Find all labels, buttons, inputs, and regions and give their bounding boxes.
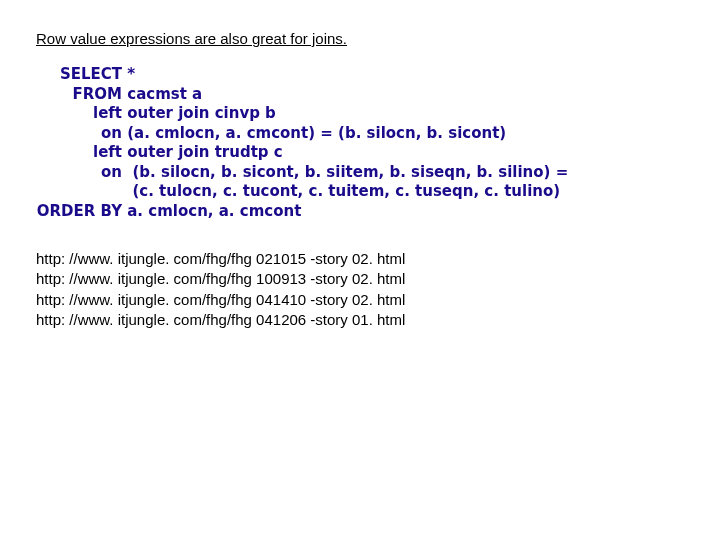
kw-select: SELECT [36,65,122,85]
link-line: http: //www. itjungle. com/fhg/fhg 02101… [36,249,684,269]
sql-code-block: SELECT * FROM cacmst a left outer join c… [36,65,684,221]
kw-order: ORDER BY [36,202,122,222]
kw-on1: on [36,124,122,144]
kw-left1: left [36,104,122,124]
val-from: cacmst a [127,85,202,103]
val-on2b: (c. tulocn, c. tucont, c. tuitem, c. tus… [127,182,560,200]
link-line: http: //www. itjungle. com/fhg/fhg 04141… [36,290,684,310]
kw-left2: left [36,143,122,163]
slide-page: Row value expressions are also great for… [0,0,720,360]
link-line: http: //www. itjungle. com/fhg/fhg 10091… [36,269,684,289]
val-on1: (a. cmlocn, a. cmcont) = (b. silocn, b. … [127,124,506,142]
val-left2: outer join trudtp c [127,143,282,161]
intro-line: Row value expressions are also great for… [36,30,684,47]
kw-from: FROM [36,85,122,105]
links-block: http: //www. itjungle. com/fhg/fhg 02101… [36,249,684,330]
intro-text: Row value expressions are also great for… [36,30,347,47]
link-line: http: //www. itjungle. com/fhg/fhg 04120… [36,310,684,330]
kw-on2: on [36,163,122,183]
val-select: * [127,65,135,83]
val-order: a. cmlocn, a. cmcont [127,202,301,220]
val-on2: (b. silocn, b. sicont, b. siitem, b. sis… [127,163,568,181]
val-left1: outer join cinvp b [127,104,276,122]
